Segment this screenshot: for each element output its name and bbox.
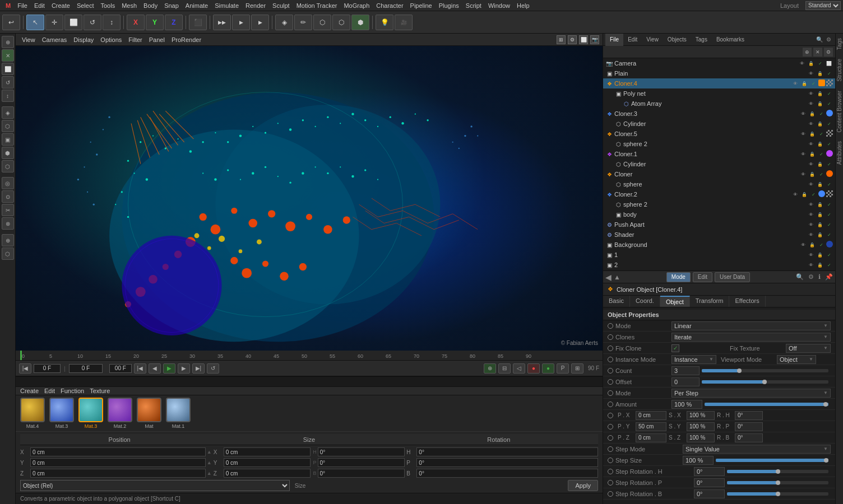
menu-motion-tracker[interactable]: Motion Tracker [293,2,341,9]
x-axis-button[interactable]: X [127,15,145,30]
flag-eye[interactable]: 👁 [799,241,807,249]
flag-eye[interactable]: 👁 [799,110,807,118]
obj-tab-file[interactable]: File [605,34,623,46]
obj-item-1[interactable]: ▣ 1 👁 🔒 ✓ [603,250,835,260]
prop-count-value[interactable]: 3 [671,366,700,375]
prop-tab-effectors[interactable]: Effectors [729,296,765,307]
props-tab-userdata[interactable]: User Data [715,272,750,282]
prop-steph-slider[interactable] [727,470,828,473]
obj-item-sphere2-c5[interactable]: ⬡ sphere 2 👁 🔒 ✓ [603,139,835,149]
left-tool-3[interactable]: ↺ [2,76,14,88]
pos-x-input[interactable] [30,447,206,456]
workplane-button[interactable]: ⬡ [332,15,350,30]
obj-item-cloner[interactable]: ❖ Cloner 👁 🔒 ✓ [603,169,835,179]
prop-steph-indicator[interactable] [608,469,613,474]
menu-create[interactable]: Create [48,2,73,9]
prop-amount-slider-thumb[interactable] [823,402,828,407]
coord-system-button[interactable]: ⬛ [189,15,207,30]
viewport[interactable]: © Fabian Aerts [16,46,603,351]
menu-character[interactable]: Character [373,2,406,9]
obj-item-shader[interactable]: ⚙ Shader 👁 🔒 ✓ [603,230,835,240]
obj-header-settings[interactable]: ⚙ [824,35,833,44]
size-x-h-input[interactable] [318,447,405,456]
obj-item-cloner2[interactable]: ❖ Cloner.2 👁 🔒 ✓ [603,189,835,199]
flag-lock[interactable]: 🔒 [800,80,808,87]
prop-stepb-indicator[interactable] [608,491,613,497]
flag-lock[interactable]: 🔒 [808,130,816,138]
menu-body[interactable]: Body [140,2,161,9]
obj-item-plain[interactable]: ▣ Plain 👁 🔒 ✓ [603,68,835,78]
flag-lock[interactable]: 🔒 [816,180,824,188]
prop-stepmode-dropdown[interactable]: Single Value ▼ [683,445,831,454]
flag-check[interactable]: ✓ [817,150,825,158]
mat-tab-function[interactable]: Function [61,388,84,394]
render-region-button[interactable]: ▶▶ [213,15,231,30]
flag-eye[interactable]: 👁 [807,261,815,269]
prop-count-slider-thumb[interactable] [737,368,742,373]
tc-play-prev[interactable]: |◀ [134,363,146,374]
menu-snap[interactable]: Snap [161,2,182,9]
prop-px-input[interactable]: 0 cm [636,411,666,420]
obj-item-sphere[interactable]: ⬡ sphere 👁 🔒 ✓ [603,179,835,189]
attribute-button[interactable]: ✏ [294,15,312,30]
prop-rp-input[interactable]: 0° [735,422,763,431]
mat-item-5[interactable]: Mat.1 [166,398,191,429]
flag-eye[interactable]: 👁 [791,80,799,87]
flag-check[interactable]: ✓ [825,90,833,97]
props-tab-mode[interactable]: Mode [666,272,691,282]
z-axis-button[interactable]: Z [165,15,183,30]
left-tool-0[interactable]: ⊕ [2,36,14,48]
mat-item-2[interactable]: Mat.3 [78,398,103,429]
flag-check[interactable]: ✓ [825,261,833,269]
grid-button[interactable]: ⬢ [351,15,369,30]
flag-check[interactable]: ✓ [825,211,833,218]
tc-frame-input[interactable] [34,364,61,373]
vp-icon-layout[interactable]: ⊞ [557,35,566,44]
menu-plugins[interactable]: Plugins [436,2,462,9]
obj-tab-bookmarks[interactable]: Bookmarks [712,34,749,46]
flag-check[interactable]: ✓ [809,190,817,198]
layout-select[interactable]: Standard [805,1,841,10]
flag-eye[interactable]: 👁 [807,211,815,218]
flag-check[interactable]: ✓ [825,100,833,108]
props-settings[interactable]: ⚙ [808,273,814,281]
tc-keyframe-del[interactable]: ⊟ [498,363,511,374]
mat-item-0[interactable]: Mat.4 [20,398,45,429]
move-tool-button[interactable]: ✛ [45,15,63,30]
prop-tab-coord[interactable]: Coord. [630,296,660,307]
tc-nla[interactable]: P [557,363,569,374]
size-z-input[interactable] [224,469,311,478]
flag-check[interactable]: ✓ [825,231,833,239]
prop-mode2-dropdown[interactable]: Per Step ▼ [671,389,831,398]
flag-eye[interactable]: 👁 [807,180,815,188]
flag-check[interactable]: ✓ [817,170,825,178]
obj-tab-objects[interactable]: Objects [663,34,691,46]
prop-stepsize-slider-thumb[interactable] [824,458,828,463]
prop-stepp-slider[interactable] [727,481,828,484]
size-z-b-input[interactable] [318,469,405,478]
flag-lock[interactable]: 🔒 [816,221,824,228]
flag-eye[interactable]: 👁 [807,160,815,168]
flag-eye[interactable]: 👁 [807,100,815,108]
object-manager-button[interactable]: ◈ [275,15,293,30]
prop-stepsize-indicator[interactable] [608,458,613,463]
prop-fixclone-indicator[interactable] [608,346,613,351]
flag-eye[interactable]: 👁 [807,251,815,259]
vp-menu-display[interactable]: Display [71,36,96,43]
flag-eye[interactable]: 👁 [799,130,807,138]
prop-fixtexture-dropdown[interactable]: Off ▼ [786,344,831,353]
flag-lock[interactable]: 🔒 [808,241,816,249]
prop-stepb-value[interactable]: 0° [694,489,725,498]
prop-stepb-slider-thumb[interactable] [776,492,780,496]
timeline-tracks[interactable] [16,376,603,386]
obj-item-cloner4[interactable]: ❖ Cloner.4 👁 🔒 ✓ [603,78,835,88]
prop-py-input[interactable]: 50 cm [636,422,666,431]
prop-mode-indicator[interactable] [608,323,613,329]
prop-stepp-indicator[interactable] [608,480,613,486]
flag-lock[interactable]: 🔒 [816,120,824,128]
flag-eye[interactable]: 👁 [807,90,815,97]
prop-steph-slider-thumb[interactable] [776,469,780,474]
tc-keyframe-add[interactable]: ⊕ [484,363,496,374]
prop-stepb-slider[interactable] [727,492,828,496]
flag-lock[interactable]: 🔒 [800,190,808,198]
